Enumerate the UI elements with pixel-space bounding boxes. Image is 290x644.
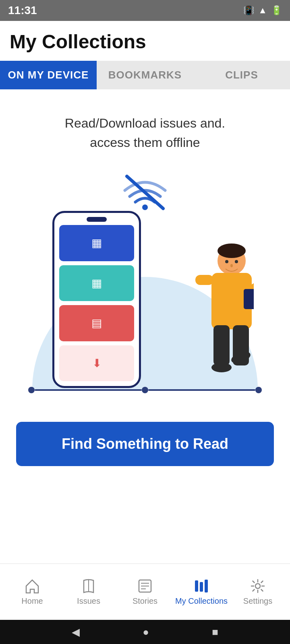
svg-rect-7 [244, 289, 254, 309]
phone-mockup: ▦ ▦ ▤ ⬇ [52, 211, 141, 388]
tab-clips[interactable]: CLIPS [193, 61, 290, 89]
person-illustration [173, 237, 254, 390]
svg-rect-8 [213, 325, 230, 365]
nav-item-home[interactable]: Home [4, 578, 60, 606]
phone-item-2: ▦ [59, 265, 134, 301]
illustration: ▦ ▦ ▤ ⬇ [20, 172, 270, 398]
home-icon [24, 578, 40, 594]
home-button[interactable]: ● [143, 626, 149, 638]
recent-button[interactable]: ■ [212, 626, 218, 638]
status-time: 11:31 [8, 4, 37, 17]
page-title: My Collections [10, 31, 280, 53]
find-something-button[interactable]: Find Something to Read [16, 422, 274, 466]
battery-icon: 🔋 [271, 5, 282, 16]
nav-item-settings[interactable]: Settings [230, 578, 286, 606]
bottom-nav: Home Issues Stories My Collections Sett [0, 564, 290, 620]
svg-point-1 [142, 204, 148, 210]
svg-point-12 [225, 260, 228, 263]
main-content: Read/Download issues and. access them of… [0, 89, 290, 564]
nav-item-my-collections[interactable]: My Collections [173, 578, 230, 606]
wifi-icon: ▲ [258, 5, 267, 16]
nav-label-my-collections: My Collections [175, 597, 228, 606]
empty-state-text: Read/Download issues and. access them of… [65, 114, 225, 152]
status-icons: 📳 ▲ 🔋 [243, 5, 282, 16]
nav-label-stories: Stories [133, 597, 157, 606]
nav-label-issues: Issues [77, 597, 100, 606]
tab-on-my-device[interactable]: ON MY DEVICE [0, 61, 97, 89]
vibrate-icon: 📳 [243, 5, 254, 16]
nav-label-settings: Settings [243, 597, 272, 606]
android-bar: ◀ ● ■ [0, 620, 290, 644]
svg-point-14 [230, 264, 233, 267]
phone-item-4: ⬇ [59, 345, 134, 382]
settings-icon [250, 578, 266, 594]
svg-rect-20 [200, 582, 203, 592]
header: My Collections [0, 21, 290, 61]
svg-rect-19 [195, 580, 198, 592]
phone-item-3: ▤ [59, 305, 134, 341]
stories-icon [137, 578, 153, 594]
nav-label-home: Home [21, 597, 43, 606]
svg-point-22 [255, 584, 260, 588]
svg-point-10 [211, 363, 232, 372]
svg-point-3 [218, 244, 246, 258]
issues-icon [81, 578, 97, 594]
svg-point-13 [235, 260, 238, 263]
wifi-off-icon [121, 172, 169, 214]
svg-rect-5 [195, 275, 213, 285]
status-bar: 11:31 📳 ▲ 🔋 [0, 0, 290, 21]
nav-item-issues[interactable]: Issues [60, 578, 117, 606]
nav-item-stories[interactable]: Stories [117, 578, 173, 606]
svg-rect-21 [205, 580, 208, 592]
phone-item-1: ▦ [59, 225, 134, 261]
back-button[interactable]: ◀ [72, 626, 80, 638]
my-collections-icon [193, 578, 209, 594]
tab-bookmarks[interactable]: BOOKMARKS [97, 61, 193, 89]
tab-bar: ON MY DEVICE BOOKMARKS CLIPS [0, 61, 290, 89]
